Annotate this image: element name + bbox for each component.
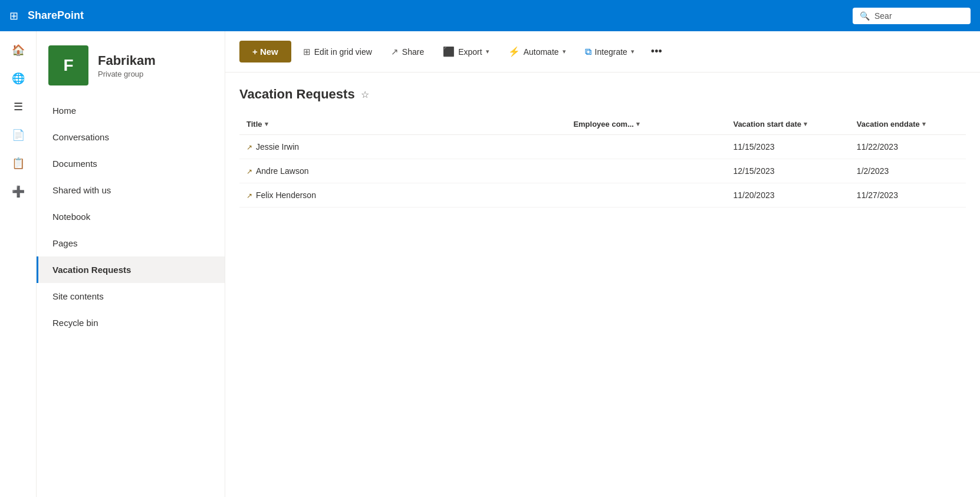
table-body: ↗Jessie Irwin11/15/202311/22/2023↗Andre … (239, 135, 966, 208)
new-button[interactable]: + New (239, 41, 291, 62)
grid-icon: ⊞ (303, 47, 311, 57)
table-row[interactable]: ↗Andre Lawson12/15/20231/2/2023 (239, 159, 966, 183)
nav-item-pages[interactable]: Pages (37, 230, 225, 256)
edit-grid-label: Edit in grid view (314, 47, 372, 57)
cell-start-date: 12/15/2023 (726, 159, 849, 183)
search-text: Sear (874, 11, 892, 21)
main-layout: 🏠 🌐 ☰ 📄 📋 ➕ F Fabrikam Private group Hom… (0, 31, 980, 497)
site-subtitle: Private group (98, 70, 156, 78)
search-icon: 🔍 (860, 11, 870, 21)
integrate-icon: ⧉ (585, 47, 591, 57)
list-table: Title ▾ Employee com... ▾ (239, 114, 966, 208)
nav-item-recycle-bin[interactable]: Recycle bin (37, 310, 225, 336)
integrate-button[interactable]: ⧉ Integrate ▾ (578, 42, 642, 62)
checklist-icon[interactable]: 📋 (6, 152, 30, 175)
add-circle-icon[interactable]: ➕ (6, 180, 30, 203)
nav-item-documents[interactable]: Documents (37, 150, 225, 177)
col-title-label: Title (246, 120, 262, 129)
col-header-start-date[interactable]: Vacation start date ▾ (726, 114, 849, 135)
share-icon: ↗ (391, 47, 399, 57)
export-button[interactable]: ⬛ Export ▾ (436, 41, 496, 62)
icon-rail: 🏠 🌐 ☰ 📄 📋 ➕ (0, 31, 37, 497)
list-area: Vacation Requests ☆ Title ▾ (225, 73, 980, 208)
row-icon: ↗ (246, 192, 252, 200)
toolbar: + New ⊞ Edit in grid view ↗ Share ⬛ Expo… (225, 31, 980, 73)
nav-item-notebook[interactable]: Notebook (37, 203, 225, 230)
cell-title: ↗Felix Henderson (239, 183, 566, 208)
share-button[interactable]: ↗ Share (384, 42, 431, 62)
nav-item-home[interactable]: Home (37, 97, 225, 124)
cell-end-date: 11/22/2023 (850, 135, 966, 159)
col-startdate-sort-icon: ▾ (804, 120, 807, 128)
col-header-employee[interactable]: Employee com... ▾ (566, 114, 726, 135)
table-header: Title ▾ Employee com... ▾ (239, 114, 966, 135)
home-icon[interactable]: 🏠 (6, 38, 30, 62)
integrate-label: Integrate (595, 47, 627, 57)
nav-item-site-contents[interactable]: Site contents (37, 283, 225, 310)
cell-employee (566, 183, 726, 208)
app-title: SharePoint (28, 9, 853, 22)
col-header-title[interactable]: Title ▾ (239, 114, 566, 135)
list-title: Vacation Requests (239, 87, 355, 102)
col-header-end-date[interactable]: Vacation enddate ▾ (850, 114, 966, 135)
favorite-star-icon[interactable]: ☆ (361, 89, 369, 100)
cell-start-date: 11/20/2023 (726, 183, 849, 208)
list-icon[interactable]: ☰ (6, 95, 30, 119)
more-button[interactable]: ••• (646, 41, 667, 62)
col-employee-label: Employee com... (573, 120, 634, 129)
automate-button[interactable]: ⚡ Automate ▾ (501, 41, 573, 62)
export-label: Export (458, 47, 482, 57)
col-enddate-label: Vacation enddate (857, 120, 920, 129)
automate-label: Automate (524, 47, 559, 57)
nav-item-vacation-requests[interactable]: Vacation Requests (37, 256, 225, 283)
site-logo: F (48, 45, 88, 85)
col-employee-sort-icon: ▾ (636, 120, 640, 128)
cell-end-date: 11/27/2023 (850, 183, 966, 208)
table-row[interactable]: ↗Felix Henderson11/20/202311/27/2023 (239, 183, 966, 208)
site-name: Fabrikam (98, 53, 156, 68)
share-label: Share (402, 47, 424, 57)
nav-item-shared-with-us[interactable]: Shared with us (37, 177, 225, 203)
main-content: + New ⊞ Edit in grid view ↗ Share ⬛ Expo… (225, 31, 980, 497)
site-logo-letter: F (63, 56, 73, 75)
integrate-chevron-icon: ▾ (631, 48, 634, 55)
export-chevron-icon: ▾ (486, 48, 489, 55)
site-info: Fabrikam Private group (98, 53, 156, 78)
doc-icon[interactable]: 📄 (6, 123, 30, 147)
cell-title: ↗Andre Lawson (239, 159, 566, 183)
topbar: ⊞ SharePoint 🔍 Sear (0, 0, 980, 31)
cell-employee (566, 159, 726, 183)
excel-icon: ⬛ (443, 46, 455, 57)
cell-title: ↗Jessie Irwin (239, 135, 566, 159)
automate-chevron-icon: ▾ (563, 48, 566, 55)
search-box[interactable]: 🔍 Sear (853, 8, 971, 24)
row-icon: ↗ (246, 143, 252, 152)
left-nav: F Fabrikam Private group HomeConversatio… (37, 31, 225, 497)
cell-start-date: 11/15/2023 (726, 135, 849, 159)
waffle-icon[interactable]: ⊞ (9, 9, 18, 22)
edit-grid-button[interactable]: ⊞ Edit in grid view (296, 42, 379, 62)
site-header: F Fabrikam Private group (37, 31, 225, 97)
col-enddate-sort-icon: ▾ (922, 120, 926, 128)
col-title-sort-icon: ▾ (265, 120, 268, 128)
list-title-row: Vacation Requests ☆ (239, 87, 966, 102)
table-row[interactable]: ↗Jessie Irwin11/15/202311/22/2023 (239, 135, 966, 159)
row-icon: ↗ (246, 167, 252, 176)
col-startdate-label: Vacation start date (733, 120, 801, 129)
cell-employee (566, 135, 726, 159)
nav-item-conversations[interactable]: Conversations (37, 124, 225, 150)
cell-end-date: 1/2/2023 (850, 159, 966, 183)
automate-icon: ⚡ (508, 46, 520, 57)
globe-icon[interactable]: 🌐 (6, 67, 30, 90)
